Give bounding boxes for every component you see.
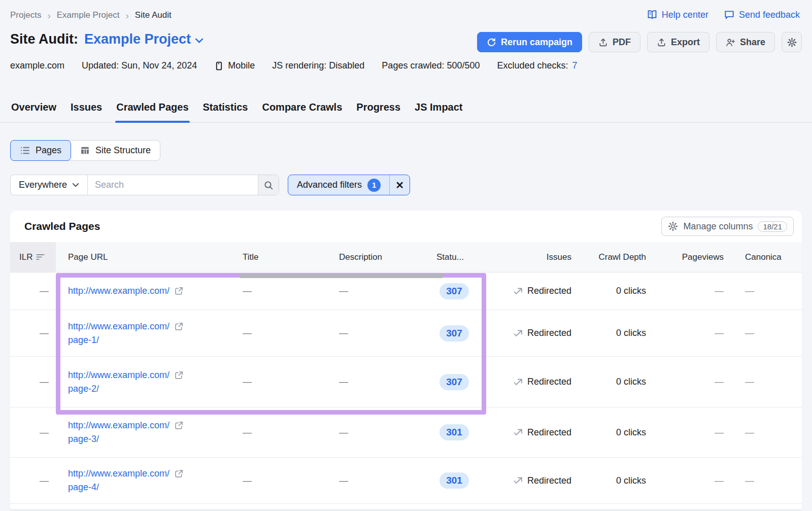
breadcrumb-example-project[interactable]: Example Project [57, 10, 120, 20]
domain: example.com [10, 60, 64, 71]
horizontal-scrollbar-thumb[interactable] [239, 274, 444, 278]
pages-crawled: Pages crawled: 500/500 [382, 60, 480, 71]
search-compound: Everywhere [10, 175, 279, 195]
chevron-down-icon [72, 183, 79, 187]
column-header-description[interactable]: Description [330, 242, 426, 272]
export-button[interactable]: Export [647, 32, 709, 52]
sort-descending-icon [36, 254, 45, 260]
search-button[interactable] [258, 175, 279, 195]
header-actions: Rerun campaign PDF Export Share [477, 32, 802, 52]
columns-count-badge: 18/21 [758, 221, 787, 232]
issues-cell: Redirected [487, 458, 573, 503]
description-cell: — [330, 458, 426, 503]
ilr-cell: — [10, 310, 56, 356]
redirect-arrow-icon [513, 286, 523, 296]
status-cell: 307 [426, 310, 487, 356]
clear-filters-button[interactable]: ✕ [389, 175, 410, 195]
external-link-icon[interactable] [174, 370, 184, 380]
page-url-link[interactable]: http://www.example.com/ [68, 467, 170, 481]
status-code-badge: 307 [439, 283, 469, 299]
issues-cell: Redirected [487, 407, 573, 457]
page-url-link[interactable]: page-3/ [68, 432, 99, 446]
external-link-icon[interactable] [174, 322, 184, 331]
top-links: Help center Send feedback [647, 9, 800, 20]
tab-compare-crawls[interactable]: Compare Crawls [261, 100, 343, 122]
updated-date: Updated: Sun, Nov 24, 2024 [82, 60, 197, 71]
column-header-title[interactable]: Title [233, 242, 330, 272]
column-header-page-url[interactable]: Page URL [56, 242, 233, 272]
page-url-link[interactable]: http://www.example.com/ [68, 284, 170, 298]
page-url-link[interactable]: page-4/ [68, 481, 99, 494]
toggle-pages[interactable]: Pages [10, 140, 71, 161]
advanced-filters-button[interactable]: Advanced filters 1 [288, 175, 389, 195]
ilr-cell: — [10, 407, 56, 457]
table-row: — http://www.example.com/ — — 307 [10, 272, 802, 310]
table-row: — http://www.example.com/ page-3/ — — 30… [10, 407, 802, 458]
js-rendering: JS rendering: Disabled [272, 60, 364, 71]
project-selector[interactable]: Example Project [84, 31, 204, 47]
pdf-button[interactable]: PDF [589, 32, 640, 52]
canonical-cell: — [726, 310, 802, 356]
column-header-pageviews[interactable]: Pageviews [647, 242, 726, 272]
tab-js-impact[interactable]: JS Impact [414, 100, 463, 122]
canonical-cell: — [726, 272, 802, 310]
rerun-campaign-button[interactable]: Rerun campaign [477, 32, 582, 52]
tab-overview[interactable]: Overview [10, 100, 57, 122]
column-header-ilr[interactable]: ILR [10, 242, 56, 272]
search-scope-select[interactable]: Everywhere [11, 175, 88, 195]
status-code-badge: 301 [439, 472, 469, 489]
redirect-arrow-icon [513, 328, 523, 338]
share-button[interactable]: Share [716, 32, 775, 52]
page-url-cell: http://www.example.com/ page-2/ [56, 357, 233, 407]
status-cell: 301 [426, 407, 487, 457]
chat-bubble-icon [724, 9, 735, 20]
column-header-crawl-depth[interactable]: Crawl Depth [573, 242, 647, 272]
search-icon [263, 180, 274, 190]
column-header-status[interactable]: Statu... [426, 242, 487, 272]
help-center-link[interactable]: Help center [647, 9, 708, 20]
page-url-link[interactable]: http://www.example.com/ [68, 368, 170, 382]
tab-progress[interactable]: Progress [355, 100, 401, 122]
table-title: Crawled Pages [24, 220, 100, 232]
tab-statistics[interactable]: Statistics [202, 100, 249, 122]
status-cell: 307 [426, 357, 487, 407]
title-cell: — [233, 310, 330, 356]
page-url-link[interactable]: http://www.example.com/ [68, 419, 170, 432]
close-icon: ✕ [395, 179, 404, 191]
column-header-canonical[interactable]: Canonica [726, 242, 802, 272]
advanced-filters-compound: Advanced filters 1 ✕ [288, 175, 410, 195]
tab-issues[interactable]: Issues [70, 100, 103, 122]
redirect-arrow-icon [513, 427, 523, 437]
external-link-icon[interactable] [174, 421, 184, 430]
page-url-link[interactable]: http://www.example.com/ [68, 320, 170, 333]
refresh-icon [487, 38, 496, 47]
table-body: — http://www.example.com/ — — 307 [10, 272, 802, 504]
gear-icon [668, 221, 678, 231]
tab-crawled-pages[interactable]: Crawled Pages [115, 100, 189, 122]
column-header-issues[interactable]: Issues [487, 242, 573, 272]
description-cell: — [330, 310, 426, 356]
issues-cell: Redirected [487, 357, 573, 407]
list-icon [20, 145, 30, 156]
breadcrumb-projects[interactable]: Projects [10, 10, 41, 20]
upload-icon [657, 38, 666, 47]
upload-icon [598, 38, 608, 47]
table-row: — http://www.example.com/ page-1/ — — 30… [10, 310, 802, 357]
breadcrumb: Projects › Example Project › Site Audit [10, 10, 172, 20]
pageviews-cell: — [647, 357, 726, 407]
external-link-icon[interactable] [174, 469, 184, 479]
partial-next-row [10, 504, 802, 511]
table-header-row: ILR Page URL Title Description Statu... … [10, 242, 802, 272]
manage-columns-button[interactable]: Manage columns 18/21 [661, 217, 794, 236]
page-url-link[interactable]: page-2/ [68, 382, 99, 396]
toggle-site-structure[interactable]: Site Structure [71, 141, 160, 160]
filter-row: Everywhere Advanced filters 1 ✕ [10, 175, 410, 195]
excluded-checks-count[interactable]: 7 [572, 60, 578, 71]
search-input[interactable] [88, 175, 258, 195]
status-code-badge: 307 [439, 374, 469, 390]
settings-button[interactable] [782, 32, 802, 52]
page-url-link[interactable]: page-1/ [68, 333, 99, 347]
table-row: — http://www.example.com/ page-4/ — — 30… [10, 458, 802, 504]
send-feedback-link[interactable]: Send feedback [724, 9, 800, 20]
external-link-icon[interactable] [174, 286, 184, 296]
